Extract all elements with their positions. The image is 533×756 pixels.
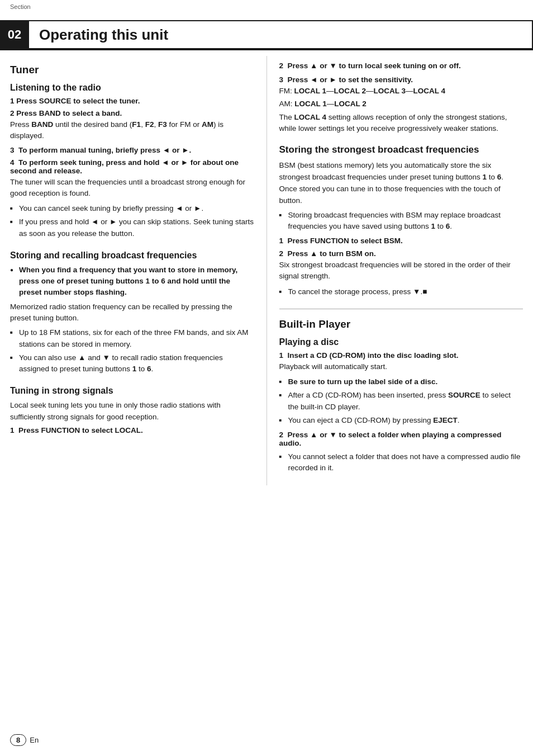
builtin-player-section: Built-in Player Playing a disc 1 Insert … <box>279 318 524 474</box>
tuning-strong-title: Tuning in strong signals <box>10 386 254 396</box>
step-2-listening: 2 Press BAND to select a band. Press BAN… <box>10 109 254 142</box>
storing-recalling-main-bullet: When you find a frequency that you want … <box>10 264 254 299</box>
bullet-item: When you find a frequency that you want … <box>10 264 254 299</box>
step-3-listening: 3 To perform manual tuning, briefly pres… <box>10 146 254 154</box>
bullet-item: You cannot select a folder that does not… <box>279 451 524 474</box>
footer: 8 En <box>10 734 39 746</box>
bullet-item: Be sure to turn up the label side of a d… <box>279 376 524 388</box>
playing-disc-title: Playing a disc <box>279 337 524 347</box>
section-number: 02 <box>0 20 29 49</box>
bullet-item: Storing broadcast frequencies with BSM m… <box>279 210 524 233</box>
listening-bullets: You can cancel seek tuning by briefly pr… <box>10 203 254 239</box>
page-number: 8 <box>10 734 26 746</box>
tuning-strong-body: Local seek tuning lets you tune in only … <box>10 400 254 423</box>
storing-recalling-section: Storing and recalling broadcast frequenc… <box>10 251 254 375</box>
tuning-strong-section: Tuning in strong signals Local seek tuni… <box>10 386 254 434</box>
left-column: Tuner Listening to the radio 1 Press SOU… <box>10 56 267 485</box>
strongest-cancel-bullet: To cancel the storage process, press ▼.■ <box>279 286 524 297</box>
bullet-item: Up to 18 FM stations, six for each of th… <box>10 327 254 350</box>
bullet-item: You can cancel seek tuning by briefly pr… <box>10 203 254 214</box>
builtin-player-title: Built-in Player <box>279 318 524 330</box>
section-label: Section <box>10 3 31 10</box>
bullet-item: If you press and hold ◄ or ► you can ski… <box>10 216 254 239</box>
tuner-title: Tuner <box>10 64 254 76</box>
right-column: 2 Press ▲ or ▼ to turn local seek tuning… <box>267 56 524 485</box>
bullet-item: You can eject a CD (CD-ROM) by pressing … <box>279 415 524 426</box>
storing-recalling-title: Storing and recalling broadcast frequenc… <box>10 251 254 261</box>
step-2-strongest: 2 Press ▲ to turn BSM on. Six strongest … <box>279 249 524 282</box>
step-4-listening: 4 To perform seek tuning, press and hold… <box>10 158 254 200</box>
bullet-item: After a CD (CD-ROM) has been inserted, p… <box>279 390 524 413</box>
tuner-section: Tuner Listening to the radio 1 Press SOU… <box>10 64 254 239</box>
step-2-playing-disc: 2 Press ▲ or ▼ to select a folder when p… <box>279 431 524 447</box>
listening-title: Listening to the radio <box>10 83 254 93</box>
storing-recalling-body: Memorized radio station frequency can be… <box>10 301 254 325</box>
language-label: En <box>30 736 39 744</box>
strongest-title: Storing the strongest broadcast frequenc… <box>279 144 524 155</box>
strongest-section: Storing the strongest broadcast frequenc… <box>279 144 524 297</box>
step-1-strongest: 1 Press FUNCTION to select BSM. <box>279 237 524 245</box>
playing-disc-bullets: Be sure to turn up the label side of a d… <box>279 376 524 426</box>
section-title: Operating this unit <box>29 20 533 49</box>
step-3-sensitivity: 3 Press ◄ or ► to set the sensitivity. F… <box>279 75 524 134</box>
step-1-tuning-strong: 1 Press FUNCTION to select LOCAL. <box>10 426 254 434</box>
bullet-item: To cancel the storage process, press ▼.■ <box>279 286 524 297</box>
step-1-playing-disc: 1 Insert a CD (CD-ROM) into the disc loa… <box>279 351 524 372</box>
bullet-item: You can also use ▲ and ▼ to recall radio… <box>10 352 254 375</box>
playing-disc-step2-bullet: You cannot select a folder that does not… <box>279 451 524 474</box>
storing-recalling-bullets: Up to 18 FM stations, six for each of th… <box>10 327 254 375</box>
strongest-body: BSM (best stations memory) lets you auto… <box>279 160 524 207</box>
step-1-listening: 1 Press SOURCE to select the tuner. <box>10 97 254 105</box>
strongest-bullets: Storing broadcast frequencies with BSM m… <box>279 210 524 233</box>
step-2-local: 2 Press ▲ or ▼ to turn local seek tuning… <box>279 62 524 70</box>
